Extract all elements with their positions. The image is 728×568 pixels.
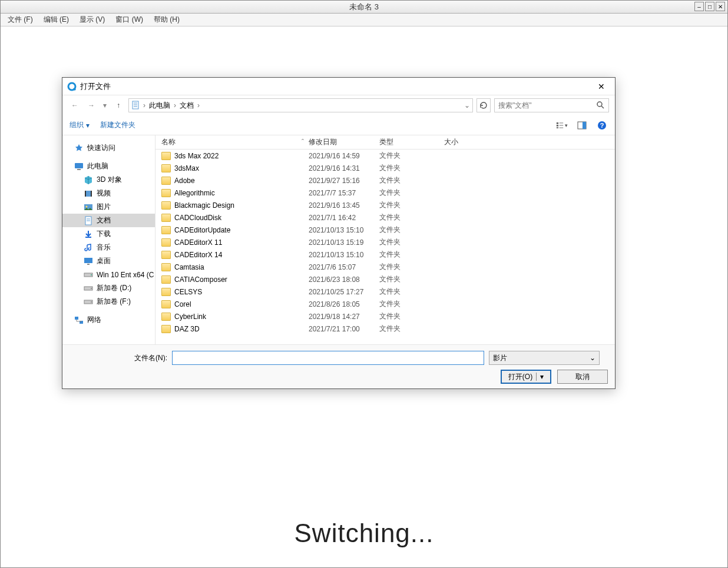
file-type: 文件夹	[379, 200, 444, 210]
column-name[interactable]: 名称ˆ	[155, 137, 309, 147]
breadcrumb-thispc[interactable]: 此电脑	[148, 101, 171, 111]
recent-dropdown-icon[interactable]: ▾	[101, 99, 108, 112]
file-row[interactable]: CELSYS2021/10/25 17:27文件夹	[155, 285, 615, 298]
file-date: 2021/7/21 17:00	[309, 325, 379, 333]
folder-icon	[161, 238, 171, 247]
svg-rect-18	[77, 169, 81, 170]
chevron-right-icon: ›	[174, 101, 176, 109]
new-folder-button[interactable]: 新建文件夹	[100, 120, 135, 130]
search-box[interactable]	[494, 98, 609, 112]
file-type: 文件夹	[379, 163, 444, 173]
file-row[interactable]: Corel2021/8/26 18:05文件夹	[155, 298, 615, 310]
file-date: 2021/9/16 13:45	[309, 201, 379, 210]
sidebar-item-documents[interactable]: 文档	[62, 214, 155, 227]
folder-icon	[161, 325, 171, 333]
cancel-button[interactable]: 取消	[557, 370, 608, 384]
forward-button[interactable]: →	[85, 99, 98, 112]
sidebar-item-drive-c[interactable]: Win 10 Ent x64 (C	[62, 268, 155, 281]
sidebar-item-music[interactable]: 音乐	[62, 241, 155, 254]
dialog-close-button[interactable]: ✕	[593, 79, 610, 94]
sidebar-item-desktop[interactable]: 桌面	[62, 254, 155, 268]
file-date: 2021/7/6 15:07	[309, 263, 379, 271]
file-type-filter[interactable]: 影片 ⌄	[489, 351, 600, 365]
dialog-title: 打开文件	[80, 81, 593, 92]
sidebar-item-drive-d[interactable]: 新加卷 (D:)	[62, 281, 155, 295]
filename-input[interactable]	[172, 351, 484, 365]
menu-window[interactable]: 窗口 (W)	[112, 14, 147, 26]
column-size[interactable]: 大小	[444, 137, 485, 147]
app-window: 未命名 3 – □ ✕ 文件 (F) 编辑 (E) 显示 (V) 窗口 (W) …	[0, 0, 728, 568]
file-row[interactable]: CADCloudDisk2021/7/1 16:42文件夹	[155, 211, 615, 224]
help-button[interactable]: ?	[596, 119, 608, 131]
drive-icon	[84, 270, 93, 280]
sidebar-item-drive-f[interactable]: 新加卷 (F:)	[62, 295, 155, 308]
file-type: 文件夹	[379, 299, 444, 309]
document-icon	[84, 216, 93, 225]
file-list: 名称ˆ 修改日期 类型 大小 3ds Max 20222021/9/16 14:…	[155, 135, 615, 344]
file-name: Blackmagic Design	[174, 201, 234, 210]
column-type[interactable]: 类型	[379, 137, 444, 147]
titlebar[interactable]: 未命名 3 – □ ✕	[1, 1, 727, 14]
sidebar-item-3d-objects[interactable]: 3D 对象	[62, 173, 155, 187]
file-row[interactable]: CyberLink2021/9/18 14:27文件夹	[155, 310, 615, 323]
file-row[interactable]: CADEditorX 142021/10/13 15:10文件夹	[155, 248, 615, 261]
file-row[interactable]: CATIAComposer2021/6/23 18:08文件夹	[155, 273, 615, 285]
file-row[interactable]: CADEditorX 112021/10/13 15:19文件夹	[155, 236, 615, 248]
svg-point-23	[86, 205, 88, 207]
refresh-button[interactable]	[476, 98, 491, 112]
file-row[interactable]: Camtasia2021/7/6 15:07文件夹	[155, 261, 615, 273]
back-button[interactable]: ←	[68, 99, 81, 112]
open-button[interactable]: 打开(O) ▾	[501, 370, 551, 384]
view-mode-button[interactable]: ▾	[556, 119, 568, 131]
up-button[interactable]: ↑	[112, 99, 125, 112]
preview-pane-button[interactable]	[576, 119, 588, 131]
folder-icon	[161, 177, 171, 185]
svg-text:?: ?	[600, 122, 604, 129]
open-file-dialog: 打开文件 ✕ ← → ▾ ↑ › 此电脑 › 文档 › ⌄	[62, 77, 616, 389]
folder-icon	[161, 300, 171, 308]
dialog-titlebar[interactable]: 打开文件 ✕	[62, 78, 615, 95]
file-name: Camtasia	[174, 263, 204, 271]
address-bar[interactable]: › 此电脑 › 文档 › ⌄	[128, 98, 473, 112]
sidebar-item-videos[interactable]: 视频	[62, 187, 155, 200]
menubar: 文件 (F) 编辑 (E) 显示 (V) 窗口 (W) 帮助 (H)	[1, 14, 727, 26]
sidebar-item-downloads[interactable]: 下载	[62, 227, 155, 241]
menu-view[interactable]: 显示 (V)	[76, 14, 108, 26]
file-row[interactable]: Blackmagic Design2021/9/16 13:45文件夹	[155, 199, 615, 211]
menu-help[interactable]: 帮助 (H)	[150, 14, 183, 26]
file-type: 文件夹	[379, 287, 444, 297]
svg-point-31	[91, 274, 92, 275]
breadcrumb-documents[interactable]: 文档	[178, 101, 195, 111]
sidebar-quick-access[interactable]: 快速访问	[62, 141, 155, 155]
file-name: CADEditorUpdate	[174, 226, 230, 234]
nav-row: ← → ▾ ↑ › 此电脑 › 文档 › ⌄	[62, 95, 615, 115]
file-list-body[interactable]: 3ds Max 20222021/9/16 14:59文件夹3dsMax2021…	[155, 150, 615, 344]
menu-file[interactable]: 文件 (F)	[4, 14, 37, 26]
sidebar-network[interactable]: 网络	[62, 313, 155, 327]
file-row[interactable]: Allegorithmic2021/7/7 15:37文件夹	[155, 187, 615, 199]
file-row[interactable]: 3ds Max 20222021/9/16 14:59文件夹	[155, 150, 615, 162]
open-dropdown-icon[interactable]: ▾	[536, 373, 544, 381]
network-icon	[74, 315, 84, 325]
close-button[interactable]: ✕	[716, 2, 725, 11]
file-row[interactable]: Adobe2021/9/27 15:16文件夹	[155, 174, 615, 187]
sidebar-item-pictures[interactable]: 图片	[62, 200, 155, 214]
file-row[interactable]: DAZ 3D2021/7/21 17:00文件夹	[155, 323, 615, 335]
svg-line-6	[601, 106, 604, 108]
file-name: Allegorithmic	[174, 189, 215, 197]
minimize-button[interactable]: –	[694, 2, 704, 11]
column-date[interactable]: 修改日期	[309, 137, 379, 147]
file-row[interactable]: 3dsMax2021/9/16 14:31文件夹	[155, 162, 615, 174]
search-icon[interactable]	[595, 100, 605, 111]
app-body: 打开文件 ✕ ← → ▾ ↑ › 此电脑 › 文档 › ⌄	[1, 26, 727, 567]
drive-icon	[84, 297, 93, 307]
menu-edit[interactable]: 编辑 (E)	[40, 14, 72, 26]
maximize-button[interactable]: □	[705, 2, 714, 11]
file-type: 文件夹	[379, 151, 444, 161]
svg-point-33	[91, 288, 92, 289]
sidebar-this-pc[interactable]: 此电脑	[62, 160, 155, 173]
file-row[interactable]: CADEditorUpdate2021/10/13 15:10文件夹	[155, 224, 615, 236]
search-input[interactable]	[498, 101, 595, 109]
organize-dropdown[interactable]: 组织 ▾	[70, 120, 90, 130]
chevron-down-icon[interactable]: ⌄	[464, 101, 470, 109]
